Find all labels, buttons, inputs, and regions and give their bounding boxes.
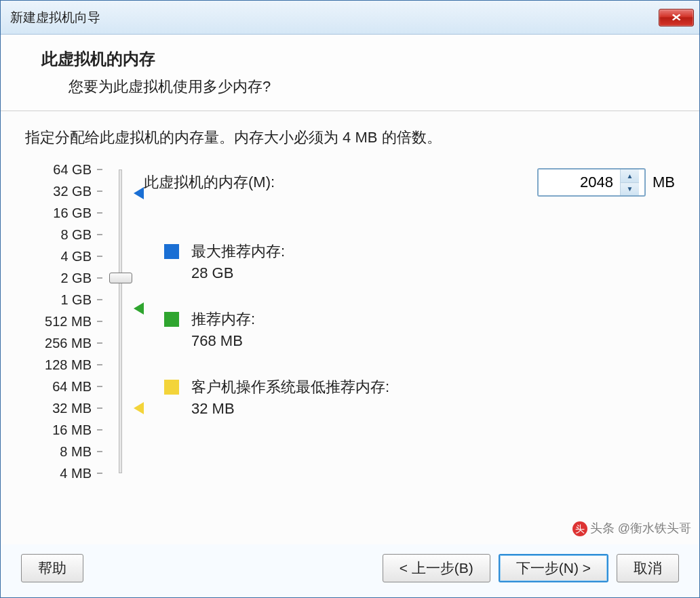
slider-track-col [100,170,140,473]
wizard-body: 指定分配给此虚拟机的内存量。内存大小必须为 4 MB 的倍数。 64 GB32 … [1,111,699,544]
legend-rec-label: 推荐内存: [191,309,255,330]
memory-input-row: 此虚拟机的内存(M): ▲ ▼ MB [144,168,675,197]
memory-unit-label: MB [653,174,675,191]
close-button[interactable]: ✕ [659,9,694,26]
tick-label: 128 MB [45,357,92,373]
tick-label: 16 MB [52,422,92,438]
page-subtitle: 您要为此虚拟机使用多少内存? [69,77,672,97]
legend-min-label: 客户机操作系统最低推荐内存: [191,377,389,397]
tick-label: 1 GB [60,292,92,308]
wizard-window: 新建虚拟机向导 ✕ 此虚拟机的内存 您要为此虚拟机使用多少内存? 指定分配给此虚… [0,0,700,598]
tick-label: 64 MB [52,379,92,395]
slider-tick-labels: 64 GB32 GB16 GB8 GB4 GB2 GB1 GB512 MB256… [25,170,100,473]
titlebar: 新建虚拟机向导 ✕ [1,1,699,35]
watermark-text: 头条 @衡水铁头哥 [590,521,691,535]
chevron-down-icon: ▼ [627,185,634,193]
memory-slider-group: 64 GB32 GB16 GB8 GB4 GB2 GB1 GB512 MB256… [25,168,144,473]
instruction-text: 指定分配给此虚拟机的内存量。内存大小必须为 4 MB 的倍数。 [25,127,675,148]
legend-max: 最大推荐内存: 28 GB [164,241,285,282]
wizard-footer: 帮助 < 上一步(B) 下一步(N) > 取消 [1,544,699,597]
spinner-up-button[interactable]: ▲ [621,170,639,182]
square-icon-max [164,244,179,259]
tick-label: 32 MB [52,401,92,416]
memory-spinner-group: ▲ ▼ MB [537,168,675,197]
slider-thumb[interactable] [109,273,132,283]
legend-max-value: 28 GB [191,264,285,282]
marker-arrow-rec [134,302,144,315]
tick-label: 32 GB [53,184,92,199]
tick-label: 8 MB [60,444,92,460]
square-icon-min [164,380,179,395]
tick-label: 256 MB [45,336,92,351]
cancel-button[interactable]: 取消 [617,554,679,582]
wizard-header: 此虚拟机的内存 您要为此虚拟机使用多少内存? [1,35,699,111]
memory-config-row: 64 GB32 GB16 GB8 GB4 GB2 GB1 GB512 MB256… [25,168,675,473]
spinner-down-button[interactable]: ▼ [621,182,639,196]
memory-spinner: ▲ ▼ [537,168,646,197]
page-title: 此虚拟机的内存 [41,48,672,70]
memory-info-column: 此虚拟机的内存(M): ▲ ▼ MB [144,168,675,197]
tick-label: 512 MB [45,314,92,330]
chevron-up-icon: ▲ [627,172,634,180]
back-button[interactable]: < 上一步(B) [383,554,490,582]
legend-rec-value: 768 MB [191,332,255,350]
legend-minimum: 客户机操作系统最低推荐内存: 32 MB [164,377,389,418]
tick-label: 2 GB [60,271,92,286]
tick-label: 4 GB [60,249,92,264]
memory-input[interactable] [539,170,620,195]
tick-label: 8 GB [60,227,92,243]
spinner-buttons: ▲ ▼ [620,170,639,195]
square-icon-rec [164,312,179,327]
window-title: 新建虚拟机向导 [10,9,100,26]
legend-min-value: 32 MB [191,400,389,418]
tick-label: 64 GB [53,162,92,178]
tick-label: 16 GB [53,205,92,221]
watermark-icon: 头 [572,521,587,536]
tick-label: 4 MB [60,466,92,481]
legend-recommended: 推荐内存: 768 MB [164,309,255,350]
next-button[interactable]: 下一步(N) > [499,554,608,582]
memory-field-label: 此虚拟机的内存(M): [144,172,275,193]
marker-arrow-min [134,402,144,414]
close-icon: ✕ [671,12,682,24]
legend-max-label: 最大推荐内存: [191,241,285,262]
marker-arrow-max [134,187,144,199]
help-button[interactable]: 帮助 [21,554,83,582]
watermark: 头头条 @衡水铁头哥 [572,520,691,536]
slider-track[interactable] [119,170,122,473]
